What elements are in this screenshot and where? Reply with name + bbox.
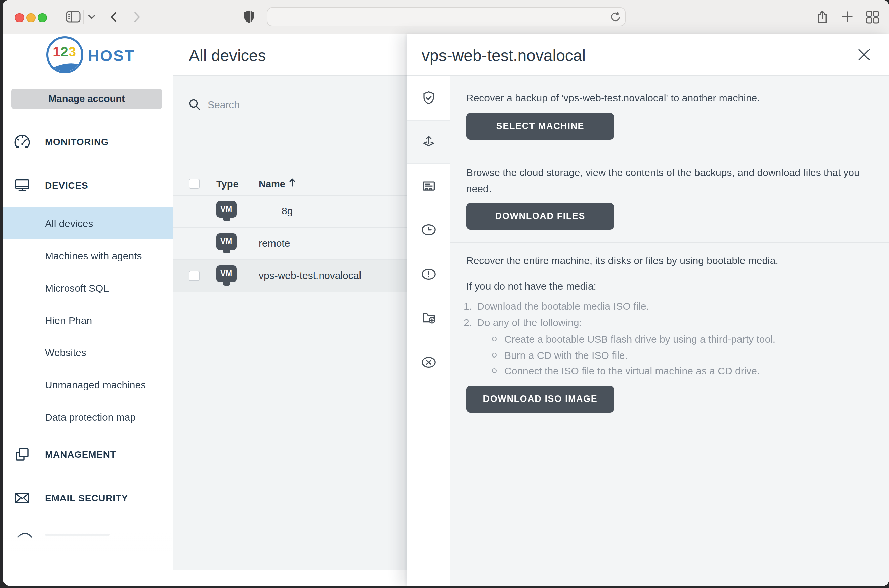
sidebar-item-email-security[interactable]: EMAIL SECURITY — [3, 482, 173, 514]
table-row[interactable]: VM remote — [173, 228, 406, 260]
tab-activities[interactable] — [406, 208, 450, 252]
tab-recovery[interactable] — [406, 120, 450, 164]
select-all-checkbox[interactable] — [189, 178, 199, 189]
privacy-shield-button[interactable] — [243, 0, 255, 34]
sidebar-item-management[interactable]: MANAGEMENT — [3, 438, 173, 470]
sidebar-menu-chevron[interactable] — [86, 0, 97, 34]
recovery-upload-icon — [420, 134, 436, 150]
column-header-name[interactable]: Name — [259, 178, 285, 189]
sidebar-toggle-button[interactable] — [65, 0, 81, 34]
new-tab-button[interactable] — [842, 0, 853, 34]
address-bar — [267, 8, 625, 26]
sidebar-item-devices[interactable]: DEVICES — [3, 170, 173, 202]
sidebar-toggle-icon — [66, 10, 81, 24]
sidebar-item-all-devices[interactable]: All devices — [3, 207, 173, 239]
logo-swoosh — [46, 61, 83, 73]
tab-backup-storage[interactable] — [406, 164, 450, 208]
tab-protection-overview[interactable] — [406, 76, 450, 120]
window-minimize-button[interactable] — [26, 13, 35, 22]
sidebar-item-label: EMAIL SECURITY — [45, 493, 128, 503]
options-list: Create a bootable USB flash drive by usi… — [466, 331, 873, 379]
shield-icon — [243, 10, 254, 24]
sidebar-fade — [3, 532, 173, 563]
sidebar-item-data-protection-map[interactable]: Data protection map — [3, 400, 173, 433]
row-checkbox[interactable] — [189, 270, 199, 281]
steps-list: Download the bootable media ISO file. Do… — [466, 298, 873, 330]
download-iso-button[interactable]: DOWNLOAD ISO IMAGE — [466, 386, 614, 412]
window-close-button[interactable] — [15, 13, 24, 22]
clock-icon — [420, 222, 437, 238]
window-zoom-button[interactable] — [37, 13, 47, 22]
drawer-header: vps-web-test.novalocal — [406, 34, 889, 76]
sidebar-item-microsoft-sql[interactable]: Microsoft SQL — [3, 272, 173, 304]
table-row-selected[interactable]: VM vps-web-test.novalocal — [173, 260, 406, 292]
sidebar-item-websites[interactable]: Websites — [3, 336, 173, 368]
devices-table-area: Type Name VM 8g VM remote — [173, 76, 406, 570]
sort-ascending-icon[interactable] — [289, 178, 295, 186]
vm-type-icon: VM — [216, 266, 237, 286]
manage-account-button[interactable]: Manage account — [11, 89, 162, 109]
shield-check-icon — [420, 90, 436, 106]
bootable-media-intro: Recover the entire machine, its disks or… — [466, 254, 870, 267]
share-button[interactable] — [816, 0, 829, 34]
devices-panel-header: All devices — [173, 34, 406, 76]
sidebar-subitem-label: Unmanaged machines — [45, 379, 146, 390]
alert-exclamation-icon — [420, 266, 437, 282]
devices-panel: All devices Type Name — [173, 34, 406, 586]
backup-storage-card-icon — [420, 178, 436, 194]
sidebar: 123 HOST Manage account MONITORING — [3, 34, 173, 586]
column-header-type[interactable]: Type — [216, 178, 238, 189]
sidebar-item-unmanaged-machines[interactable]: Unmanaged machines — [3, 368, 173, 400]
share-icon — [816, 10, 829, 24]
url-input[interactable] — [274, 9, 605, 24]
brand-name: HOST — [88, 47, 135, 65]
tab-alerts[interactable] — [406, 252, 450, 296]
recover-machine-text: Recover a backup of 'vps-web-test.novalo… — [466, 91, 870, 105]
overlapping-squares-icon — [12, 446, 31, 463]
option-item: Connect the ISO file to the virtual mach… — [466, 363, 873, 379]
drawer-title: vps-web-test.novalocal — [422, 46, 586, 65]
search-field — [189, 98, 343, 111]
chevron-down-icon — [88, 15, 95, 19]
monitor-icon — [12, 177, 31, 194]
vm-type-icon: VM — [216, 233, 237, 254]
toolbar-divider — [83, 10, 84, 24]
envelope-icon — [12, 489, 31, 507]
x-circle-icon — [420, 354, 437, 370]
sidebar-subitem-label: All devices — [45, 218, 93, 229]
step-item: Do any of the following: — [464, 314, 873, 330]
tab-overview-button[interactable] — [865, 0, 879, 34]
section-divider — [450, 150, 889, 151]
search-input[interactable] — [206, 98, 343, 111]
sidebar-subitem-label: Microsoft SQL — [45, 282, 109, 293]
close-button[interactable] — [854, 44, 874, 64]
chevron-left-icon — [110, 12, 117, 22]
sidebar-item-machines-with-agents[interactable]: Machines with agents — [3, 239, 173, 272]
table-row[interactable]: VM 8g — [173, 195, 406, 228]
brand-logo: 123 — [46, 36, 83, 73]
reload-button[interactable] — [610, 11, 621, 22]
tab-create-plan[interactable] — [406, 296, 450, 340]
tab-cancel[interactable] — [406, 340, 450, 384]
brand-digits: 123 — [48, 44, 81, 60]
sidebar-item-hien-phan[interactable]: Hien Phan — [3, 304, 173, 336]
sidebar-item-label: MANAGEMENT — [45, 449, 116, 460]
close-icon — [858, 48, 870, 61]
option-item: Burn a CD with the ISO file. — [466, 347, 873, 363]
search-icon — [189, 99, 200, 110]
sidebar-item-label: MONITORING — [45, 136, 109, 147]
sidebar-subitem-label: Websites — [45, 346, 86, 358]
screen: 123 HOST Manage account MONITORING — [0, 0, 889, 588]
console-app: 123 HOST Manage account MONITORING — [3, 34, 889, 586]
chevron-right-icon — [134, 12, 141, 22]
back-button[interactable] — [109, 0, 118, 34]
vm-type-icon: VM — [216, 201, 237, 221]
select-machine-button[interactable]: SELECT MACHINE — [466, 113, 614, 140]
sidebar-item-monitoring[interactable]: MONITORING — [3, 126, 173, 158]
forward-button[interactable] — [132, 0, 142, 34]
sidebar-subitem-label: Data protection map — [45, 411, 136, 422]
download-files-button[interactable]: DOWNLOAD FILES — [466, 203, 614, 230]
plus-icon — [842, 11, 853, 22]
grid-icon — [866, 10, 879, 23]
device-name: vps-web-test.novalocal — [259, 269, 361, 280]
